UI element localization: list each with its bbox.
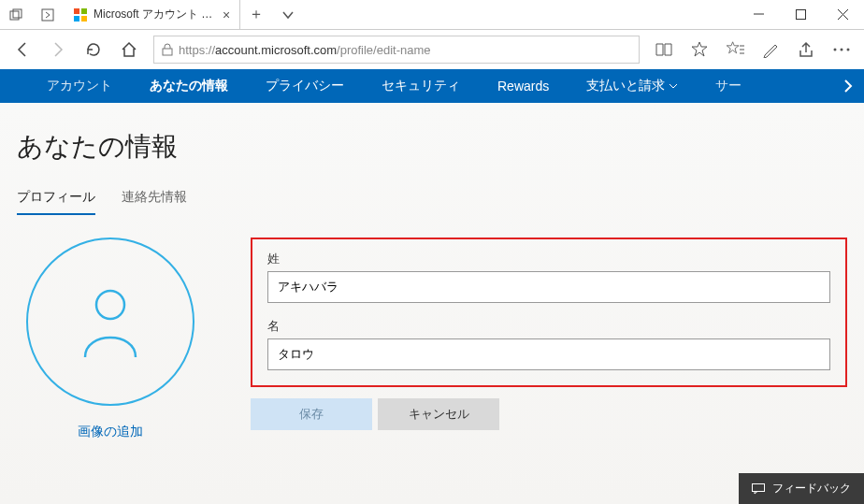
home-button[interactable]	[112, 33, 146, 66]
address-bar[interactable]: https://account.microsoft.com/profile/ed…	[153, 36, 640, 64]
cancel-button[interactable]: キャンセル	[378, 398, 499, 430]
nav-your-info[interactable]: あなたの情報	[131, 69, 247, 103]
svg-rect-5	[74, 16, 79, 22]
tab-profile[interactable]: プロフィール	[17, 189, 95, 215]
nav-account[interactable]: アカウント	[28, 69, 131, 103]
tab-title: Microsoft アカウント | 自分	[94, 7, 215, 22]
tab-close-icon[interactable]: ×	[223, 7, 230, 22]
favicon-icon	[73, 7, 88, 22]
svg-rect-2	[42, 9, 53, 21]
page-content: あなたの情報 プロフィール 連絡先情報 画像の追加 姓 名	[0, 103, 864, 504]
page-title: あなたの情報	[17, 129, 847, 165]
svg-rect-14	[753, 483, 765, 491]
nav-scroll-right-icon[interactable]	[843, 79, 853, 93]
browser-toolbar: https://account.microsoft.com/profile/ed…	[0, 30, 864, 69]
svg-point-10	[834, 49, 837, 51]
favorite-button[interactable]	[683, 33, 716, 66]
avatar-placeholder[interactable]	[26, 238, 194, 406]
svg-rect-6	[81, 16, 87, 22]
add-image-link[interactable]: 画像の追加	[78, 424, 143, 439]
nav-rewards[interactable]: Rewards	[479, 69, 568, 103]
avatar-section: 画像の追加	[17, 238, 204, 440]
nav-billing[interactable]: 支払いと請求	[568, 69, 697, 103]
browser-tab[interactable]: Microsoft アカウント | 自分 ×	[64, 0, 240, 29]
feedback-label: フィードバック	[772, 481, 851, 497]
chevron-down-icon	[669, 81, 678, 91]
name-form: 姓 名 保存 キャンセル	[251, 238, 847, 440]
nav-security[interactable]: セキュリティ	[363, 69, 479, 103]
forward-button[interactable]	[41, 33, 75, 66]
person-icon	[78, 284, 143, 359]
profile-tabs: プロフィール 連絡先情報	[17, 189, 847, 215]
feedback-button[interactable]: フィードバック	[739, 473, 864, 504]
favorites-list-button[interactable]	[718, 33, 752, 66]
svg-rect-3	[74, 8, 79, 14]
share-button[interactable]	[789, 33, 823, 66]
lock-icon	[162, 43, 173, 56]
tab-actions-button[interactable]	[272, 0, 304, 29]
highlight-box: 姓 名	[251, 238, 847, 387]
set-aside-tabs-button[interactable]	[32, 8, 64, 22]
chat-icon	[752, 483, 765, 495]
window-titlebar: Microsoft アカウント | 自分 × ＋	[0, 0, 864, 30]
nav-privacy[interactable]: プライバシー	[247, 69, 363, 103]
notes-button[interactable]	[754, 33, 787, 66]
last-name-label: 姓	[267, 251, 830, 267]
save-button[interactable]: 保存	[251, 398, 372, 430]
url-text: https://account.microsoft.com/profile/ed…	[179, 43, 431, 57]
first-name-label: 名	[267, 318, 830, 335]
svg-point-12	[847, 49, 850, 51]
first-name-input[interactable]	[267, 338, 830, 370]
nav-services[interactable]: サー	[697, 69, 760, 103]
svg-point-13	[96, 291, 124, 319]
svg-rect-8	[797, 10, 806, 20]
svg-rect-4	[81, 8, 87, 14]
svg-rect-9	[163, 49, 172, 55]
reading-view-button[interactable]	[647, 33, 681, 66]
refresh-button[interactable]	[77, 33, 110, 66]
site-nav: アカウント あなたの情報 プライバシー セキュリティ Rewards 支払いと請…	[0, 69, 864, 103]
svg-rect-0	[10, 11, 19, 20]
window-maximize-button[interactable]	[780, 0, 822, 29]
tabs-overview-button[interactable]	[0, 8, 32, 22]
window-minimize-button[interactable]	[738, 0, 780, 29]
tab-contact-info[interactable]: 連絡先情報	[122, 189, 187, 215]
back-button[interactable]	[6, 33, 39, 66]
settings-button[interactable]	[825, 33, 858, 66]
svg-rect-1	[13, 9, 22, 18]
window-close-button[interactable]	[822, 0, 864, 29]
new-tab-button[interactable]: ＋	[240, 0, 272, 29]
last-name-input[interactable]	[267, 271, 830, 303]
svg-point-11	[841, 49, 843, 51]
